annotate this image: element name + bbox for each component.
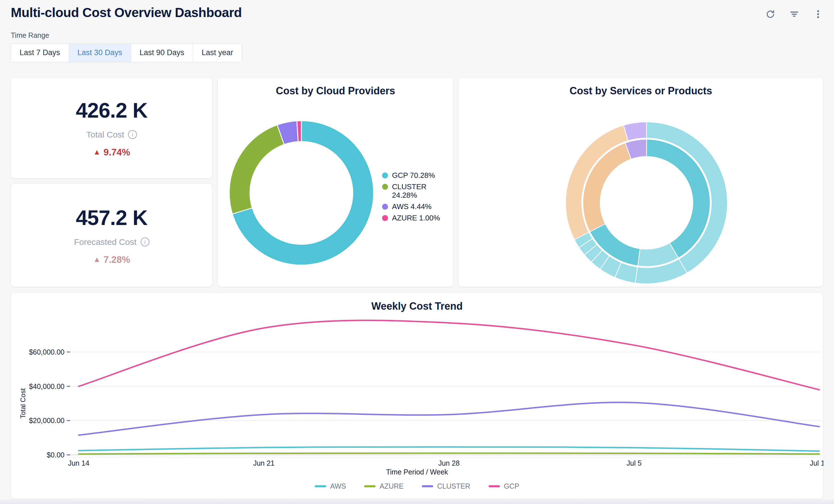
total-cost-delta: ▲ 9.74% xyxy=(93,147,130,158)
time-range-last-7-days[interactable]: Last 7 Days xyxy=(11,44,69,62)
series-line-cluster[interactable] xyxy=(79,402,819,435)
delta-up-icon: ▲ xyxy=(93,148,101,156)
total-cost-label: Total Cost xyxy=(86,130,124,139)
series-line-aws[interactable] xyxy=(79,447,819,451)
legend-item-aws[interactable]: AWS 4.44% xyxy=(382,202,452,211)
more-options-button[interactable] xyxy=(812,8,824,20)
time-range-last-90-days[interactable]: Last 90 Days xyxy=(131,44,193,62)
refresh-button[interactable] xyxy=(764,8,776,20)
delta-value: 7.28% xyxy=(104,254,130,265)
delta-value: 9.74% xyxy=(104,147,130,158)
kebab-menu-icon xyxy=(813,9,823,19)
total-cost-card: 426.2 K Total Cost i ▲ 9.74% xyxy=(11,77,213,178)
legend-item-azure[interactable]: AZURE 1.00% xyxy=(382,214,452,222)
donut-segment-cluster[interactable] xyxy=(229,125,284,214)
trend-chart-legend: AWSAZURECLUSTERGCP xyxy=(11,482,823,490)
legend-label: CLUSTER 24.28% xyxy=(392,183,452,200)
legend-swatch xyxy=(382,204,388,210)
legend-label: AZURE 1.00% xyxy=(392,214,440,222)
legend-label: GCP xyxy=(504,482,519,490)
legend-swatch xyxy=(315,485,326,487)
donut-chart-legend: GCP 70.28%CLUSTER 24.28%AWS 4.44%AZURE 1… xyxy=(382,171,452,222)
trend-legend-item-aws[interactable]: AWS xyxy=(315,482,346,490)
page-title: Multi-cloud Cost Overview Dashboard xyxy=(11,4,242,21)
filter-button[interactable] xyxy=(788,8,800,20)
legend-swatch xyxy=(382,172,388,178)
legend-label: CLUSTER xyxy=(437,482,470,490)
delta-up-icon: ▲ xyxy=(93,255,101,264)
trend-legend-item-cluster[interactable]: CLUSTER xyxy=(422,482,470,490)
legend-item-cluster[interactable]: CLUSTER 24.28% xyxy=(382,183,452,200)
x-tick-label: Jul 5 xyxy=(627,459,642,467)
sunburst-outer-segment-9[interactable] xyxy=(623,122,646,140)
trend-legend-item-gcp[interactable]: GCP xyxy=(488,482,519,490)
legend-swatch xyxy=(422,485,433,487)
refresh-icon xyxy=(765,9,775,19)
legend-label: AZURE xyxy=(379,482,404,490)
forecasted-cost-label: Forecasted Cost xyxy=(74,237,136,247)
legend-swatch xyxy=(488,485,500,487)
x-axis-title: Time Period / Week xyxy=(11,468,823,476)
time-range-group: Last 7 DaysLast 30 DaysLast 90 DaysLast … xyxy=(11,43,242,62)
legend-label: AWS 4.44% xyxy=(392,202,432,211)
cost-by-cloud-providers-card: Cost by Cloud Providers GCP 70.28%CLUSTE… xyxy=(218,77,453,287)
series-line-azure[interactable] xyxy=(79,453,819,454)
y-tick-label: $0.00 xyxy=(47,451,65,459)
forecasted-cost-card: 457.2 K Forecasted Cost i ▲ 7.28% xyxy=(11,183,213,287)
legend-label: GCP 70.28% xyxy=(392,171,435,180)
x-tick-label: Jul 12 xyxy=(810,459,824,467)
forecasted-cost-delta: ▲ 7.28% xyxy=(93,254,130,265)
app-header: Multi-cloud Cost Overview Dashboard xyxy=(0,0,834,21)
total-cost-value: 426.2 K xyxy=(76,98,148,123)
time-range-last-30-days[interactable]: Last 30 Days xyxy=(69,44,131,62)
legend-label: AWS xyxy=(330,482,346,490)
x-tick-label: Jun 14 xyxy=(68,459,89,467)
filter-icon xyxy=(789,9,799,19)
legend-swatch xyxy=(364,485,375,487)
y-axis-title: Total Cost xyxy=(19,388,27,419)
legend-item-gcp[interactable]: GCP 70.28% xyxy=(382,171,452,180)
cost-by-services-card: Cost by Services or Products xyxy=(459,77,823,287)
trend-legend-item-azure[interactable]: AZURE xyxy=(364,482,404,490)
y-tick-label: $60,000.00 xyxy=(29,348,65,356)
header-actions xyxy=(764,8,824,20)
page-footer-strip xyxy=(0,500,834,504)
x-tick-label: Jun 28 xyxy=(438,459,460,467)
y-tick-label: $40,000.00 xyxy=(29,382,65,390)
info-icon[interactable]: i xyxy=(140,238,149,246)
weekly-cost-trend-card: Weekly Cost Trend $0.00$20,000.00$40,000… xyxy=(11,293,823,499)
donut-segment-azure[interactable] xyxy=(297,121,301,141)
dashboard-page: Multi-cloud Cost Overview Dashboard xyxy=(0,0,834,504)
time-range-last-year[interactable]: Last year xyxy=(193,44,242,62)
time-range-label: Time Range xyxy=(11,31,834,40)
forecasted-cost-value: 457.2 K xyxy=(76,206,148,230)
services-sunburst-chart[interactable] xyxy=(459,78,824,287)
legend-swatch xyxy=(382,215,388,221)
series-line-gcp[interactable] xyxy=(79,321,819,390)
x-tick-label: Jun 21 xyxy=(253,459,275,467)
legend-swatch xyxy=(382,184,388,190)
y-tick-label: $20,000.00 xyxy=(29,416,65,424)
info-icon[interactable]: i xyxy=(128,130,137,139)
